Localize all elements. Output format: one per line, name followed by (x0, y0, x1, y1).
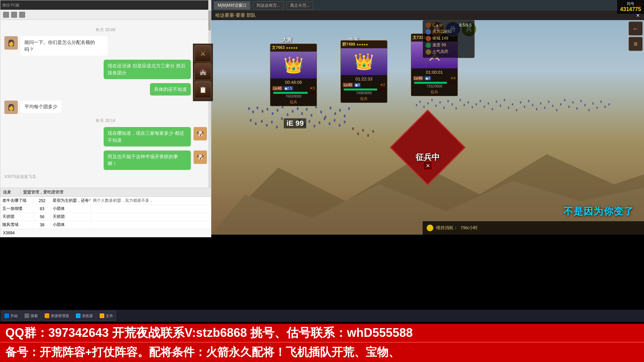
chat-tool-icon-1[interactable] (3, 12, 9, 18)
zhengbing-close-btn[interactable]: ✕ (423, 161, 432, 170)
taskbar-browser[interactable]: 浏览器 (73, 311, 96, 321)
avatar-self-5: 🐶 (194, 127, 207, 140)
uc-stars-2: ★★★★★ (356, 43, 368, 46)
table-cell-guild-3: 天骄团 (51, 214, 91, 220)
chat-bubble-1: 能问一下。你们是怎么分配名额的吗？ (20, 36, 108, 56)
table-cell-guild-2: 小团体 (51, 206, 91, 212)
score-overlay: 同号 4314775 (617, 0, 644, 14)
uc-level-row-2: Lv.40 ▣3 ✕2 (342, 82, 386, 88)
uc-stars-1: ★★★★★ (286, 46, 298, 50)
svg-rect-59 (468, 101, 469, 104)
uc-hp-text-1: 7663/9000 (272, 95, 315, 98)
game-tab-3[interactable]: 高土斗万... (286, 1, 313, 10)
nav-btn-menu[interactable]: ≡ (629, 37, 643, 51)
svg-rect-86 (576, 107, 578, 110)
game-subtitle: 不是因为你变了 (564, 205, 634, 218)
game-nav-top: ← ≡ (627, 20, 644, 52)
ie-badge: iE 99 (284, 118, 306, 128)
svg-rect-33 (309, 120, 310, 123)
ticker-content-1: QQ群：397342643 开荒夜战联系V:stzb6868 挑号、估号联系：w… (5, 326, 413, 340)
svg-rect-58 (464, 104, 465, 106)
svg-rect-70 (512, 103, 513, 106)
svg-rect-13 (255, 122, 257, 125)
taskbar-files[interactable]: 文件 (97, 311, 116, 321)
taskbar-explorer-icon (45, 313, 49, 318)
chat-toolbar (0, 10, 211, 20)
taskbar-start[interactable]: 开始 (1, 311, 21, 321)
svg-rect-14 (261, 120, 263, 123)
table-cell-num-4: 38 (34, 223, 51, 227)
table-cell-guild-4: 小团体 (51, 222, 91, 228)
uc-bottom-3: 01:00:01 Lv.40 ▣3 ✕4 7332/9000 征兵 (411, 68, 458, 96)
side-panel: ⚔ 🏰 📋 (193, 44, 213, 101)
uc-top-1: 文7663 ★★★★★ (270, 44, 317, 52)
svg-rect-6 (267, 108, 268, 111)
unit-card-2: 群7498 ★★★★★ 👑 01:22:33 Lv.40 ▣3 ✕2 7498/… (340, 40, 387, 103)
cs-bingli-icon (426, 29, 431, 35)
svg-rect-67 (500, 105, 501, 107)
chat-msg-row-3: 🐶 具体的还不知道 (4, 83, 207, 97)
table-cell-num-2: 83 (34, 206, 51, 211)
chat-bubble-4: 平均每个团多少 (20, 101, 61, 113)
svg-rect-30 (348, 107, 350, 110)
gbb-cost-val: 796/小时 (461, 225, 478, 231)
svg-rect-87 (580, 100, 582, 102)
table-cell-num-1: 252 (34, 198, 51, 203)
svg-rect-66 (496, 101, 497, 103)
svg-rect-51 (435, 105, 437, 107)
sp-btn-3[interactable]: 📋 (195, 81, 211, 98)
svg-rect-88 (584, 104, 586, 106)
chat-tool-icon-3[interactable] (19, 12, 25, 18)
svg-rect-91 (596, 107, 598, 109)
chat-tool-icon-2[interactable] (11, 12, 17, 18)
taskbar-start-icon (4, 313, 9, 318)
table-row: 老牛去哪了续 252 星宿为主的盟，还有个北宫团 两个人数多的盟，实力都差不多， (0, 197, 211, 205)
cs-row-morale: 士气高昂 (426, 49, 472, 55)
svg-rect-56 (455, 107, 457, 110)
chat-scroll-thumb[interactable] (208, 10, 211, 31)
taskbar-search[interactable]: 搜索 (21, 311, 41, 321)
uc-hp-fill-1 (273, 92, 308, 94)
cs-gongji-text: 攻城 149 (432, 36, 448, 41)
taskbar-search-label: 搜索 (31, 313, 38, 318)
uc-level-row-3: Lv.40 ▣3 ✕4 (413, 75, 456, 81)
svg-rect-44 (367, 134, 369, 137)
chat-msg-row-1: 👩 能问一下。你们是怎么分配名额的吗？ (4, 36, 207, 56)
cs-hp-icon (426, 22, 431, 28)
svg-rect-2 (248, 107, 250, 110)
svg-rect-74 (528, 100, 529, 102)
uc-hp-bar-2 (343, 88, 384, 90)
svg-rect-28 (339, 109, 341, 112)
svg-rect-50 (431, 99, 433, 101)
taskbar-explorer[interactable]: 资源管理器 (42, 311, 72, 321)
ticker-text-1: QQ群：397342643 开荒夜战联系V:stzb6868 挑号、估号联系：w… (5, 325, 413, 341)
cs-sr-label: C▲sr (432, 23, 443, 27)
svg-rect-48 (423, 106, 425, 108)
sp-btn-1[interactable]: ⚔ (195, 45, 211, 62)
svg-rect-17 (276, 126, 278, 128)
table-row: 天骄团 56 天骄团 (0, 213, 211, 221)
game-tab-1[interactable]: M(M)M对话窗口 (214, 1, 250, 10)
uc-hp-text-2: 7498/9000 (342, 91, 386, 95)
svg-rect-11 (292, 110, 293, 113)
svg-rect-79 (548, 101, 549, 103)
sp-btn-2[interactable]: 🏰 (195, 63, 211, 80)
uc-timer-1: 00:48:06 (272, 79, 315, 85)
taskbar-files-icon (100, 313, 104, 318)
table-row: 五一放假喽 83 小团体 (0, 205, 211, 213)
table-cell-name-2: 五一放假喽 (0, 206, 34, 212)
svg-rect-55 (451, 103, 453, 106)
table-left-id: X3694 (3, 231, 15, 235)
cs-morale-icon (426, 49, 431, 55)
taskbar: 开始 搜索 资源管理器 浏览器 文件 (0, 310, 644, 322)
alliance-table: 连麦 盟盟管理，爱吃团管理 老牛去哪了续 252 星宿为主的盟，还有个北宫团 两… (0, 188, 211, 237)
svg-rect-57 (460, 99, 461, 101)
svg-rect-62 (480, 100, 481, 102)
uc-hp-fill-3 (414, 82, 447, 84)
score-label: 同号 (619, 1, 643, 6)
svg-rect-94 (608, 103, 610, 106)
game-tab-2[interactable]: 到达达布万... (253, 1, 284, 10)
nav-btn-back[interactable]: ← (629, 21, 643, 36)
cs-morale-text: 士气高昂 (432, 49, 448, 55)
svg-rect-89 (588, 109, 590, 111)
